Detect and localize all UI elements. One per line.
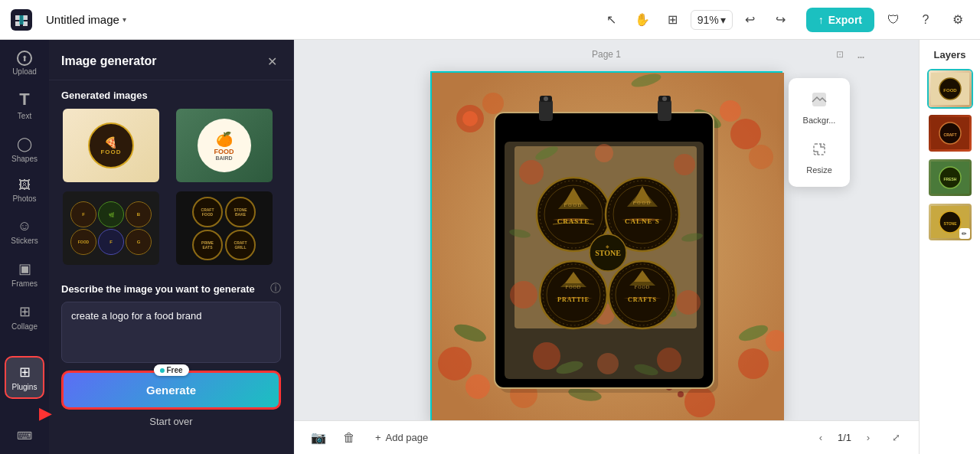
shield-button[interactable]: 🛡 [880,7,906,33]
panel-close-button[interactable]: ✕ [263,52,281,70]
generated-image-4[interactable]: CRAFTFOOD STONEBAKE PRIMEEATS CRAFTGRILL [175,190,274,266]
svg-point-10 [438,347,472,381]
topbar-right: ↑ Export 🛡 ? ⚙ [806,7,971,33]
svg-text:FOOD: FOOD [564,203,583,207]
svg-point-8 [720,100,741,122]
layer-thumb-2[interactable]: CRAFT [927,113,973,153]
export-label: Export [828,14,862,26]
svg-point-84 [533,342,560,370]
svg-rect-34 [658,100,671,121]
zoom-control[interactable]: 91% ▾ [691,10,733,30]
canvas-popup-tools: Backgr... Resize [789,78,850,187]
thumb4-logos: CRAFTFOOD STONEBAKE PRIMEEATS CRAFTGRILL [192,197,256,260]
add-page-icon: + [375,432,381,443]
plugins-icon: ⊞ [19,364,31,381]
canvas-page[interactable]: CRASTE FOOD CALNE S FOOD S [430,71,782,423]
prompt-textarea[interactable]: create a logo for a food brand [61,302,281,363]
sidebar-item-shapes[interactable]: ◯ Shapes [5,129,44,169]
settings-button[interactable]: ⚙ [945,7,971,33]
layout-tool-button[interactable]: ⊞ [660,7,686,33]
info-icon[interactable]: ⓘ [270,282,281,296]
nav-next-button[interactable]: › [858,427,879,449]
free-badge: Free [153,364,188,376]
generated-images-grid: 🍕 FOOD 🍊 FOOD BAIRD [49,107,293,276]
page-indicator: 1/1 [838,432,851,443]
resize-tool-button[interactable]: Resize [793,134,845,181]
free-label: Free [166,366,182,374]
photos-label: Photos [12,194,36,203]
nav-prev-button[interactable]: ‹ [810,427,831,449]
sidebar-item-stickers[interactable]: ☺ Stickers [5,212,44,251]
shapes-icon: ◯ [17,136,32,152]
layers-sidebar: Layers FOOD CRAFT [919,40,980,454]
select-tool-button[interactable]: ↖ [599,7,625,33]
thumb3-logos: F 🌿 B FOOD F G [70,201,152,255]
layer-thumb-1[interactable]: FOOD [927,69,973,109]
text-icon: T [19,90,29,109]
svg-point-42 [595,144,613,162]
page-current: 1 [838,432,843,443]
sidebar-item-keyboard[interactable]: ⌨ [5,423,44,448]
start-over-button[interactable]: Start over [61,410,281,433]
stickers-label: Stickers [11,237,38,245]
svg-point-9 [749,145,773,169]
layer-thumb-4[interactable]: STONE ✏ [927,202,973,242]
background-tool-button[interactable]: Backgr... [793,84,845,131]
generated-image-1[interactable]: 🍕 FOOD [61,107,161,184]
sidebar-item-upload[interactable]: ⬆ Upload [5,46,44,80]
layer-thumb-3[interactable]: FRESH [927,158,973,198]
describe-section: Describe the image you want to generate … [49,276,293,454]
frames-label: Frames [11,279,38,288]
svg-point-85 [657,348,681,372]
add-page-button[interactable]: + Add page [368,427,436,448]
canvas-frame-icon[interactable]: ⊡ [836,49,844,60]
undo-button[interactable]: ↩ [737,7,763,33]
svg-text:FOOD: FOOD [633,201,652,205]
sidebar-item-frames[interactable]: ▣ Frames [5,254,44,294]
document-title-area[interactable]: Untitled image ▾ [46,13,126,26]
svg-text:CRAFTS: CRAFTS [628,296,657,303]
sidebar-item-text[interactable]: T Text [5,83,44,126]
thumb2-content: 🍊 FOOD BAIRD [198,119,251,172]
canvas-camera-button[interactable]: 📷 [306,426,331,450]
svg-text:CRAFT: CRAFT [943,132,956,137]
svg-rect-2 [814,144,825,155]
canvas-artwork: CRASTE FOOD CALNE S FOOD S [432,73,781,422]
generated-image-3[interactable]: F 🌿 B FOOD F G [61,190,161,266]
svg-text:STONE: STONE [943,221,957,226]
main-area: ⬆ Upload T Text ◯ Shapes 🖼 Photos ☺ Stic… [0,40,980,454]
zoom-level: 91% [697,14,719,26]
canvas-area: Page 1 Backgr... Res [294,40,919,454]
canvas-trash-button[interactable]: 🗑 [337,426,361,450]
svg-point-12 [738,348,769,379]
help-button[interactable]: ? [913,7,939,33]
sidebar-item-photos[interactable]: 🖼 Photos [5,172,44,209]
panel-sidebar: Image generator ✕ Generated images 🍕 FOO… [49,40,294,454]
describe-header: Describe the image you want to generate … [61,282,281,296]
generate-button[interactable]: Generate [61,371,281,410]
tools-sidebar: ⬆ Upload T Text ◯ Shapes 🖼 Photos ☺ Stic… [0,40,49,454]
upload-icon: ⬆ [17,51,32,66]
generated-image-2[interactable]: 🍊 FOOD BAIRD [175,107,274,184]
resize-icon [810,140,828,162]
free-dot [159,368,164,373]
page-total: 1 [846,432,851,443]
export-button[interactable]: ↑ Export [806,8,874,32]
svg-text:FOOD: FOOD [635,285,650,289]
canvas-more-button[interactable]: ··· [857,49,864,65]
app-logo[interactable] [9,8,34,32]
hand-tool-button[interactable]: ✋ [629,7,655,33]
describe-label: Describe the image you want to generate [61,283,255,295]
keyboard-icon: ⌨ [17,430,32,442]
shapes-label: Shapes [11,155,38,163]
generate-label: Generate [146,384,196,397]
sidebar-item-plugins[interactable]: ⊞ Plugins [5,356,44,399]
sidebar-item-collage[interactable]: ⊞ Collage [5,297,44,337]
svg-text:FOOD: FOOD [566,285,581,289]
layers-title: Layers [920,46,980,67]
export-icon: ↑ [818,14,824,26]
redo-button[interactable]: ↪ [768,7,794,33]
svg-text:FOOD: FOOD [943,88,957,93]
fullscreen-button[interactable]: ⤢ [885,427,906,449]
panel-header: Image generator ✕ [49,40,293,80]
